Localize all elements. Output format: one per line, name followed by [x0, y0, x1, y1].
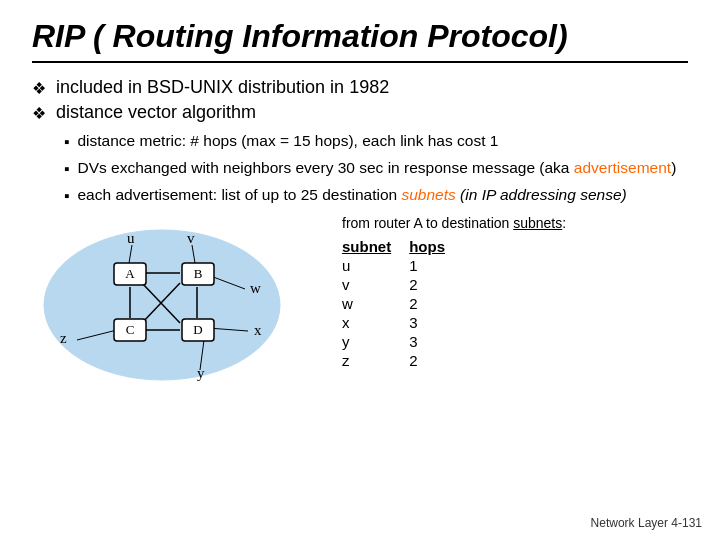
hops-y: 3: [409, 332, 463, 351]
table-row: y3: [342, 332, 463, 351]
subnet-x: x: [342, 313, 409, 332]
node-c: C: [126, 322, 135, 337]
hops-v: 2: [409, 275, 463, 294]
sub-bullet-list: distance metric: # hops (max = 15 hops),…: [64, 131, 688, 207]
hops-x: 3: [409, 313, 463, 332]
node-d: D: [193, 322, 202, 337]
table-row: z2: [342, 351, 463, 370]
sub-bullet-1: distance metric: # hops (max = 15 hops),…: [64, 131, 688, 153]
table-row: u1: [342, 256, 463, 275]
bullet-1: ❖ included in BSD-UNIX distribution in 1…: [32, 77, 688, 98]
bullet-2: ❖ distance vector algorithm: [32, 102, 688, 123]
label-v: v: [187, 230, 195, 246]
slide: RIP ( Routing Information Protocol) ❖ in…: [0, 0, 720, 540]
slide-number: Network Layer 4-131: [591, 516, 702, 530]
subnet-v: v: [342, 275, 409, 294]
table-body: u1 v2 w2 x3 y3 z2: [342, 256, 463, 370]
subnet-y: y: [342, 332, 409, 351]
node-a: A: [125, 266, 135, 281]
label-u: u: [127, 230, 135, 246]
routing-table-area: from router A to destination subnets: su…: [342, 215, 688, 370]
subnet-u: u: [342, 256, 409, 275]
hops-u: 1: [409, 256, 463, 275]
label-z: z: [60, 330, 67, 346]
bullet-1-text: included in BSD-UNIX distribution in 198…: [56, 77, 389, 98]
table-title: from router A to destination subnets:: [342, 215, 688, 231]
label-w: w: [250, 280, 261, 296]
sub-bullet-2: DVs exchanged with neighbors every 30 se…: [64, 158, 688, 180]
main-bullet-list: ❖ included in BSD-UNIX distribution in 1…: [32, 77, 688, 123]
sub-bullet-3: each advertisement: list of up to 25 des…: [64, 185, 688, 207]
bullet-2-text: distance vector algorithm: [56, 102, 256, 123]
label-y: y: [197, 365, 205, 381]
highlight-advertisement: advertisement: [574, 159, 671, 176]
col-hops: hops: [409, 237, 463, 256]
col-subnet: subnet: [342, 237, 409, 256]
table-header-row: subnet hops: [342, 237, 463, 256]
hops-z: 2: [409, 351, 463, 370]
sub-bullet-2-text: DVs exchanged with neighbors every 30 se…: [78, 158, 677, 179]
hops-w: 2: [409, 294, 463, 313]
table-row: w2: [342, 294, 463, 313]
bullet-diamond-2: ❖: [32, 104, 46, 123]
node-b: B: [194, 266, 203, 281]
network-diagram: u v w x y z: [32, 215, 312, 385]
route-table: subnet hops u1 v2 w2 x3 y3 z2: [342, 237, 463, 370]
diagram-area: u v w x y z: [32, 215, 312, 389]
table-row: x3: [342, 313, 463, 332]
sub-bullet-3-text: each advertisement: list of up to 25 des…: [78, 185, 627, 206]
table-row: v2: [342, 275, 463, 294]
sub-bullet-1-text: distance metric: # hops (max = 15 hops),…: [78, 131, 499, 152]
bullet-diamond-1: ❖: [32, 79, 46, 98]
bottom-section: u v w x y z: [32, 215, 688, 389]
subnet-w: w: [342, 294, 409, 313]
slide-title: RIP ( Routing Information Protocol): [32, 18, 688, 63]
label-x: x: [254, 322, 262, 338]
subnet-z: z: [342, 351, 409, 370]
highlight-subnets: subnets: [401, 186, 455, 203]
